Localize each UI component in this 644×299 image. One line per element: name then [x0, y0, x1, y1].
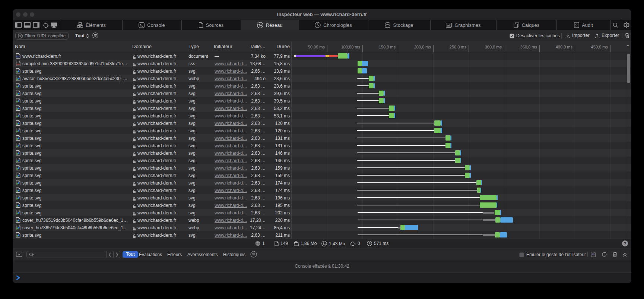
svg-text:css: css [16, 63, 20, 65]
svg-text:JS: JS [592, 253, 594, 255]
